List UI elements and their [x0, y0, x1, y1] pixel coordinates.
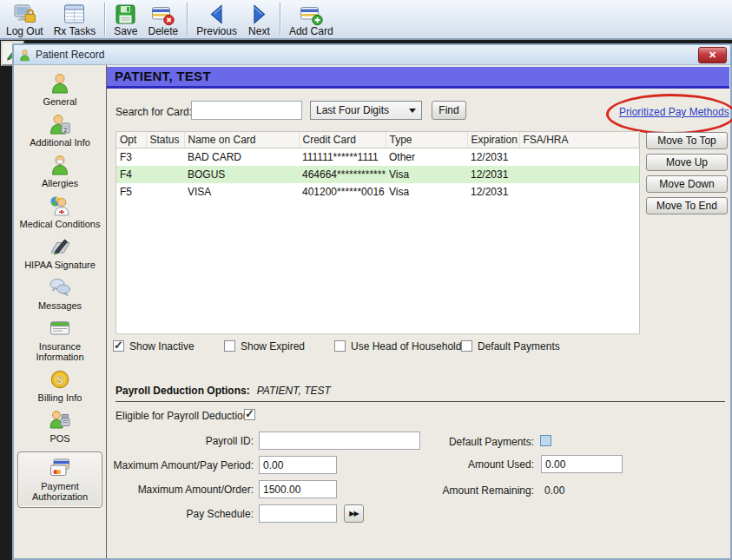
- cell-status: [146, 183, 184, 201]
- previous-button[interactable]: Previous: [191, 2, 242, 38]
- payroll-default-payments-checkbox[interactable]: [540, 435, 551, 446]
- log-out-button[interactable]: Log Out: [1, 2, 49, 38]
- card-table: Opt Status Name on Card Credit Card Type…: [116, 132, 639, 201]
- find-button[interactable]: Find: [432, 101, 466, 120]
- person-icon: [49, 72, 71, 95]
- prioritized-pay-methods-link[interactable]: Prioritized Pay Methods: [619, 106, 729, 118]
- column-header-credit-card[interactable]: Credit Card: [299, 132, 386, 148]
- cell-opt: F3: [116, 148, 146, 167]
- sidebar-item-billing-info[interactable]: $ Billing Info: [18, 368, 102, 403]
- toolbar-label: Delete: [148, 25, 179, 37]
- toolbar-label: Add Card: [289, 25, 333, 37]
- cell-fsa-hra: [519, 148, 639, 167]
- column-header-opt[interactable]: Opt: [116, 132, 146, 148]
- toolbar-separator: [104, 3, 105, 36]
- maximum-amount-pay-period-input[interactable]: [259, 456, 337, 474]
- cell-status: [146, 148, 184, 167]
- payroll-section-patient: PATIENT, TEST: [257, 385, 331, 397]
- delete-button[interactable]: Delete: [143, 2, 184, 38]
- cell-name-on-card: BOGUS: [184, 166, 299, 183]
- move-down-button[interactable]: Move Down: [646, 175, 728, 193]
- move-up-button[interactable]: Move Up: [646, 154, 728, 171]
- cell-credit-card: 111111******1111: [299, 148, 386, 167]
- svg-text:$: $: [56, 373, 63, 386]
- window-body: General 2 Additional Info: [14, 65, 730, 558]
- rx-tasks-button[interactable]: Rx Tasks: [49, 2, 101, 38]
- column-header-type[interactable]: Type: [386, 132, 467, 148]
- save-button[interactable]: Save: [109, 2, 142, 38]
- search-card-input[interactable]: [191, 101, 302, 120]
- window-titlebar: Patient Record ✕: [14, 45, 730, 65]
- move-to-end-button[interactable]: Move To End: [646, 197, 728, 214]
- sidebar-item-general[interactable]: General: [18, 72, 102, 107]
- search-type-selected: Last Four Digits: [316, 104, 389, 116]
- sidebar-item-additional-info[interactable]: 2 Additional Info: [18, 113, 102, 148]
- cell-expiration: 12/2031: [467, 183, 519, 201]
- move-to-top-button[interactable]: Move To Top: [646, 132, 728, 149]
- double-arrow-icon: ▶▶: [349, 510, 358, 517]
- cell-opt: F4: [116, 166, 146, 183]
- search-for-card-label: Search for Card:: [115, 106, 192, 118]
- column-header-expiration[interactable]: Expiration: [467, 132, 519, 148]
- cash-register-icon: [49, 409, 71, 432]
- maximum-amount-order-label: Maximum Amount/Order:: [31, 484, 254, 496]
- search-type-dropdown[interactable]: Last Four Digits: [310, 101, 422, 120]
- sidebar-item-allergies[interactable]: Allergies: [18, 154, 102, 188]
- card-table-container: Opt Status Name on Card Credit Card Type…: [115, 131, 640, 334]
- signature-pen-icon: [49, 235, 71, 258]
- move-to-top-label: Move To Top: [657, 135, 716, 147]
- toolbar-separator: [280, 3, 280, 36]
- show-expired-checkbox[interactable]: [224, 340, 235, 352]
- sidebar-item-medical-conditions[interactable]: Medical Conditions: [18, 194, 102, 229]
- amount-used-input[interactable]: [541, 455, 623, 473]
- toolbar-label: Next: [248, 25, 270, 37]
- default-payments-checkbox[interactable]: [461, 340, 472, 352]
- speech-bubbles-icon: [49, 276, 71, 299]
- pay-schedule-lookup-button[interactable]: ▶▶: [344, 504, 364, 523]
- payroll-default-payments-label: Default Payments:: [370, 436, 534, 448]
- table-row[interactable]: F3 BAD CARD 111111******1111 Other 12/20…: [116, 148, 639, 167]
- eligible-for-payroll-deduction-checkbox[interactable]: [244, 409, 255, 420]
- pay-schedule-label: Pay Schedule:: [31, 508, 254, 520]
- cell-name-on-card: BAD CARD: [184, 148, 299, 167]
- toolbar-label: Log Out: [6, 25, 43, 37]
- maximum-amount-pay-period-label: Maximum Amount/Pay Period:: [31, 459, 254, 471]
- default-payments-label: Default Payments: [478, 340, 560, 352]
- show-inactive-label: Show Inactive: [129, 340, 195, 352]
- sidebar-item-messages[interactable]: Messages: [18, 276, 102, 311]
- column-header-name-on-card[interactable]: Name on Card: [184, 132, 299, 148]
- table-row-selected[interactable]: F4 BOGUS 464664************... Visa 12/2…: [116, 166, 639, 183]
- column-header-status[interactable]: Status: [146, 132, 184, 148]
- sidebar-item-label: General: [43, 96, 76, 107]
- sidebar-item-hipaa-signature[interactable]: HIPAA Signature: [18, 235, 102, 270]
- next-button[interactable]: Next: [242, 2, 276, 38]
- cell-type: Other: [386, 148, 467, 167]
- table-row[interactable]: F5 VISA 401200******0016 Visa 12/2031: [116, 183, 639, 201]
- sidebar-item-label: HIPAA Signature: [24, 260, 96, 270]
- payroll-section-header: Payroll Deduction Options:PATIENT, TEST: [115, 385, 725, 402]
- amount-remaining-label: Amount Remaining:: [370, 484, 534, 497]
- maximum-amount-order-input[interactable]: [259, 480, 337, 498]
- cell-credit-card: 401200******0016: [299, 183, 386, 201]
- use-head-of-household-label: Use Head of Household: [351, 340, 461, 352]
- sidebar-item-label: Messages: [38, 300, 82, 311]
- cell-expiration: 12/2031: [467, 166, 519, 183]
- show-inactive-checkbox[interactable]: [113, 340, 124, 352]
- payroll-id-label: Payroll ID:: [31, 435, 254, 447]
- close-button[interactable]: ✕: [698, 47, 727, 63]
- add-card-icon: [300, 3, 323, 26]
- cell-name-on-card: VISA: [184, 183, 299, 201]
- use-head-of-household-checkbox[interactable]: [334, 340, 346, 352]
- sidebar-item-label: Allergies: [42, 178, 78, 188]
- insurance-card-icon: [49, 317, 71, 339]
- move-down-label: Move Down: [659, 178, 714, 190]
- toolbar-separator: [187, 3, 188, 36]
- sidebar-item-insurance-information[interactable]: Insurance Information: [18, 317, 102, 362]
- add-card-button[interactable]: Add Card: [284, 2, 339, 38]
- delete-icon: [151, 3, 175, 26]
- column-header-fsa-hra[interactable]: FSA/HRA: [519, 132, 639, 148]
- find-button-label: Find: [439, 104, 458, 116]
- pay-schedule-input[interactable]: [259, 504, 337, 523]
- eligible-for-payroll-deduction-label: Eligible for Payroll Deduction:: [115, 410, 252, 422]
- save-icon: [114, 3, 137, 26]
